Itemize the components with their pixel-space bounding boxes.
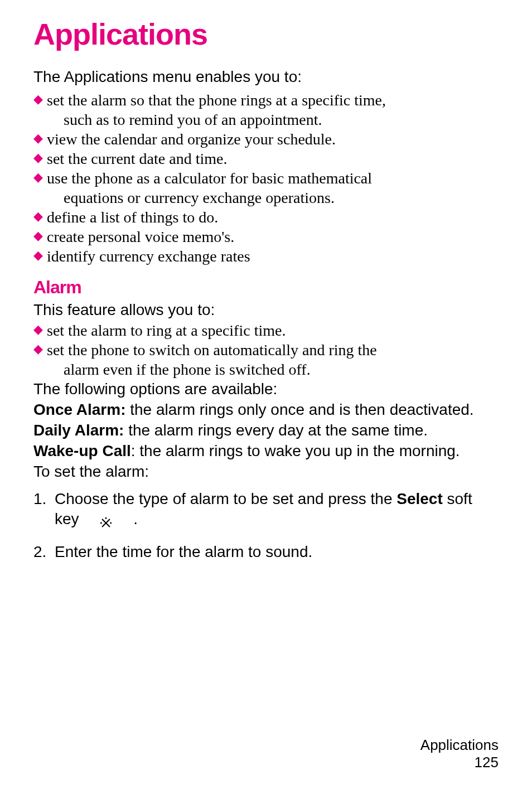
svg-point-3 (100, 522, 102, 524)
step-text: Enter the time for the alarm to sound. (55, 543, 312, 560)
bullet-text: set the phone to switch on automatically… (47, 341, 377, 359)
intro-text: The Applications menu enables you to: (33, 68, 499, 86)
page-title: Applications (33, 17, 499, 51)
bullet-text: define a list of things to do. (47, 209, 218, 226)
bullet-text: use the phone as a calculator for basic … (47, 170, 372, 187)
wakeup-call-label: Wake-up Call (33, 442, 131, 459)
bullet-text-cont: such as to remind you of an appointment. (47, 110, 499, 129)
list-item: set the phone to switch on automatically… (33, 340, 499, 379)
once-alarm-para: Once Alarm: the alarm rings only once an… (33, 400, 499, 419)
list-item: set the alarm so that the phone rings at… (33, 90, 499, 129)
step-text: Choose the type of alarm to be set and p… (55, 490, 396, 507)
options-intro: The following options are available: (33, 379, 499, 399)
alarm-heading: Alarm (33, 277, 499, 298)
step-item: 1. Choose the type of alarm to be set an… (33, 489, 499, 530)
alarm-intro: This feature allows you to: (33, 300, 499, 319)
step-item: 2. Enter the time for the alarm to sound… (33, 542, 499, 562)
list-item: create personal voice memo's. (33, 227, 499, 246)
daily-alarm-label: Daily Alarm: (33, 422, 128, 439)
alarm-bullet-list: set the alarm to ring at a specific time… (33, 321, 499, 379)
once-alarm-text: the alarm rings only once and is then de… (130, 401, 473, 418)
list-item: set the current date and time. (33, 149, 499, 168)
daily-alarm-para: Daily Alarm: the alarm rings every day a… (33, 420, 499, 440)
daily-alarm-text: the alarm rings every day at the same ti… (128, 422, 428, 439)
list-item: set the alarm to ring at a specific time… (33, 321, 499, 340)
list-item: view the calendar and organize your sche… (33, 129, 499, 149)
bullet-text: view the calendar and organize your sche… (47, 130, 336, 148)
applications-bullet-list: set the alarm so that the phone rings at… (33, 90, 499, 266)
bullet-text: set the alarm to ring at a specific time… (47, 322, 286, 339)
svg-point-4 (110, 522, 112, 524)
step-number: 1. (33, 489, 46, 509)
footer-section: Applications (420, 737, 499, 754)
list-item: define a list of things to do. (33, 207, 499, 227)
list-item: use the phone as a calculator for basic … (33, 168, 499, 207)
svg-point-2 (105, 517, 107, 519)
to-set-alarm: To set the alarm: (33, 462, 499, 481)
bullet-text: set the alarm so that the phone rings at… (47, 91, 386, 109)
alarm-steps: 1. Choose the type of alarm to be set an… (33, 489, 499, 562)
select-key-icon (100, 514, 112, 526)
footer-page-number: 125 (420, 754, 499, 771)
bullet-text-cont: alarm even if the phone is switched off. (47, 360, 499, 379)
once-alarm-label: Once Alarm: (33, 401, 130, 418)
bullet-text: identify currency exchange rates (47, 248, 250, 265)
bullet-text: set the current date and time. (47, 150, 227, 167)
step-number: 2. (33, 542, 46, 562)
wakeup-call-text: : the alarm rings to wake you up in the … (131, 442, 460, 459)
wakeup-call-para: Wake-up Call: the alarm rings to wake yo… (33, 441, 499, 461)
bullet-text-cont: equations or currency exchange operation… (47, 188, 499, 207)
select-key-label: Select (396, 490, 443, 507)
page-footer: Applications 125 (420, 737, 499, 771)
list-item: identify currency exchange rates (33, 246, 499, 266)
bullet-text: create personal voice memo's. (47, 228, 234, 245)
step-text: . (133, 510, 138, 527)
